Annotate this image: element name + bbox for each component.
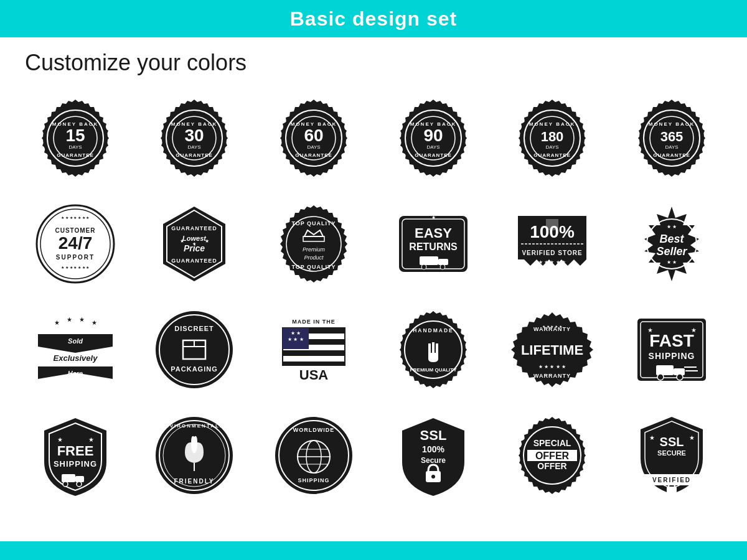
svg-text:★ ★ ★: ★ ★ ★ (288, 337, 303, 342)
badge-ssl-secure: SSL 100% Secure (377, 406, 490, 505)
svg-text:Here: Here (68, 370, 83, 377)
badge-discreet-packaging: DISCREET PACKAGING (138, 300, 251, 399)
badge-easy-returns: ★ EASY RETURNS (377, 194, 490, 294)
badge-money-back-30: MONEY BACK 30 DAYS GUARANTEE (138, 88, 251, 188)
svg-text:RETURNS: RETURNS (409, 241, 458, 252)
badge-worldwide-shipping: WORLDWIDE SHIPPING (257, 406, 370, 505)
svg-point-127 (657, 374, 664, 380)
svg-text:HANDMADE: HANDMADE (413, 327, 454, 334)
svg-text:LIFETIME: LIFETIME (521, 342, 583, 358)
badge-ssl-verified: ★ ★ SSL SECURE VERIFIED (615, 406, 728, 505)
svg-text:60: 60 (304, 126, 324, 145)
page-title: Basic design set (290, 7, 458, 30)
svg-rect-71 (420, 256, 438, 265)
svg-text:MADE IN THE: MADE IN THE (292, 319, 336, 325)
svg-text:SSL: SSL (420, 427, 446, 443)
svg-text:SSL: SSL (660, 435, 684, 449)
svg-text:90: 90 (423, 126, 443, 145)
svg-marker-170 (637, 474, 642, 485)
svg-text:DAYS: DAYS (426, 144, 439, 150)
svg-rect-105 (283, 362, 345, 365)
badge-money-back-180: MONEY BACK 180 DAYS GUARANTEE (496, 88, 609, 188)
svg-text:GUARANTEED: GUARANTEED (172, 225, 218, 231)
badge-special-offer: SPECIAL OFFER OFFER (496, 406, 609, 505)
svg-text:GUARANTEE: GUARANTEE (653, 152, 690, 158)
svg-point-93 (156, 311, 233, 388)
badge-100-verified: 100% VERIFIED STORE ★ ★ ★ ★ ★ (496, 194, 609, 294)
svg-text:DAYS: DAYS (665, 144, 679, 150)
svg-text:FAST: FAST (649, 331, 694, 350)
svg-text:GUARANTEE: GUARANTEE (415, 152, 452, 158)
svg-text:SECURE: SECURE (657, 449, 686, 457)
svg-text:DAYS: DAYS (188, 144, 201, 150)
svg-text:★ ★ ★ ★ ★: ★ ★ ★ ★ ★ (539, 259, 566, 265)
svg-text:★ ★: ★ ★ (667, 259, 677, 265)
svg-text:MONEY BACK: MONEY BACK (529, 121, 576, 127)
svg-text:Product: Product (304, 254, 324, 261)
svg-text:★: ★ (78, 316, 84, 323)
svg-text:Exclusively: Exclusively (53, 353, 98, 363)
svg-point-128 (677, 374, 683, 380)
svg-text:EASY: EASY (415, 225, 452, 241)
badge-best-seller: ★ ★ Best Seller ★ ★ (615, 194, 728, 294)
badge-money-back-15: MONEY BACK 15 DAYS GUARANTEE (19, 88, 132, 188)
svg-text:★: ★ (192, 241, 196, 246)
svg-text:SHIPPING: SHIPPING (298, 477, 330, 483)
svg-rect-135 (62, 474, 75, 482)
svg-text:★: ★ (88, 436, 93, 443)
badge-money-back-90: MONEY BACK 90 DAYS GUARANTEE (377, 88, 490, 188)
svg-point-73 (421, 264, 426, 269)
badge-eco-friendly: ENVIRONMENTALLY FRIENDLY (138, 406, 251, 505)
svg-text:★ ★: ★ ★ (667, 224, 677, 230)
svg-text:Best: Best (660, 233, 685, 245)
svg-text:★ ★ ★ ★ ★: ★ ★ ★ ★ ★ (543, 325, 563, 329)
badge-customer-247: ★ ★ ★ ★ ★ ★ ★ ★ ★ ★ ★ ★ ★ ★ CUSTOMER 24/… (19, 194, 132, 294)
svg-text:★: ★ (689, 434, 695, 441)
svg-text:USA: USA (299, 367, 329, 383)
svg-point-137 (63, 482, 68, 487)
svg-text:TOP QUALITY: TOP QUALITY (292, 220, 336, 226)
badge-lowest-price: GUARANTEED Lowest Price ★ GUARANTEED ★ ★ (138, 194, 251, 294)
svg-text:Secure: Secure (421, 456, 446, 465)
svg-text:FREE: FREE (57, 443, 93, 459)
svg-text:TOP QUALITY: TOP QUALITY (292, 264, 336, 270)
svg-text:★ ★ ★ ★ ★ ★ ★: ★ ★ ★ ★ ★ ★ ★ (61, 216, 89, 220)
svg-text:OFFER: OFFER (538, 461, 567, 471)
svg-text:VERIFIED STORE: VERIFIED STORE (522, 250, 583, 256)
svg-text:SHIPPING: SHIPPING (54, 459, 97, 469)
svg-text:Sold: Sold (68, 337, 83, 345)
svg-text:WORLDWIDE: WORLDWIDE (293, 427, 335, 433)
svg-text:GUARANTEE: GUARANTEE (176, 152, 214, 158)
svg-text:★: ★ (649, 434, 655, 441)
top-bar: Basic design set (0, 0, 747, 37)
svg-text:★ ★ ★ ★ ★ ★ ★: ★ ★ ★ ★ ★ ★ ★ (61, 266, 89, 269)
svg-text:PACKAGING: PACKAGING (171, 365, 218, 373)
svg-text:★ ★ ★ ★ ★: ★ ★ ★ ★ ★ (539, 364, 566, 370)
svg-text:★: ★ (54, 319, 59, 326)
svg-text:★: ★ (66, 316, 72, 323)
svg-marker-171 (702, 474, 706, 485)
svg-text:100%: 100% (530, 222, 575, 241)
svg-text:SPECIAL: SPECIAL (533, 438, 571, 448)
svg-rect-72 (438, 259, 448, 265)
svg-text:★: ★ (91, 319, 96, 326)
svg-text:GUARANTEE: GUARANTEE (295, 152, 332, 158)
svg-text:★: ★ (180, 238, 184, 244)
svg-text:MONEY BACK: MONEY BACK (649, 121, 695, 127)
svg-rect-125 (656, 365, 674, 375)
badge-sold-exclusively: ★ ★ ★ ★ Sold Exclusively Here (19, 300, 132, 399)
svg-text:★: ★ (431, 215, 435, 220)
svg-text:FRIENDLY: FRIENDLY (174, 478, 215, 485)
svg-text:180: 180 (541, 129, 564, 144)
badges-grid: MONEY BACK 15 DAYS GUARANTEE MONEY BACK … (0, 82, 747, 511)
svg-text:★ ★: ★ ★ (291, 330, 301, 336)
badge-handmade: HANDMADE PREMIUM QUALITY (377, 300, 490, 399)
svg-text:★: ★ (57, 436, 62, 443)
svg-point-138 (77, 482, 82, 487)
svg-rect-104 (283, 350, 345, 356)
badge-lifetime-warranty: WARRANTY ★ ★ ★ ★ ★ LIFETIME ★ ★ ★ ★ ★ WA… (496, 300, 609, 399)
svg-rect-173 (667, 487, 677, 494)
svg-text:ENVIRONMENTALLY: ENVIRONMENTALLY (161, 423, 228, 429)
svg-text:OFFER: OFFER (535, 450, 570, 461)
svg-text:GUARANTEE: GUARANTEE (57, 152, 94, 158)
